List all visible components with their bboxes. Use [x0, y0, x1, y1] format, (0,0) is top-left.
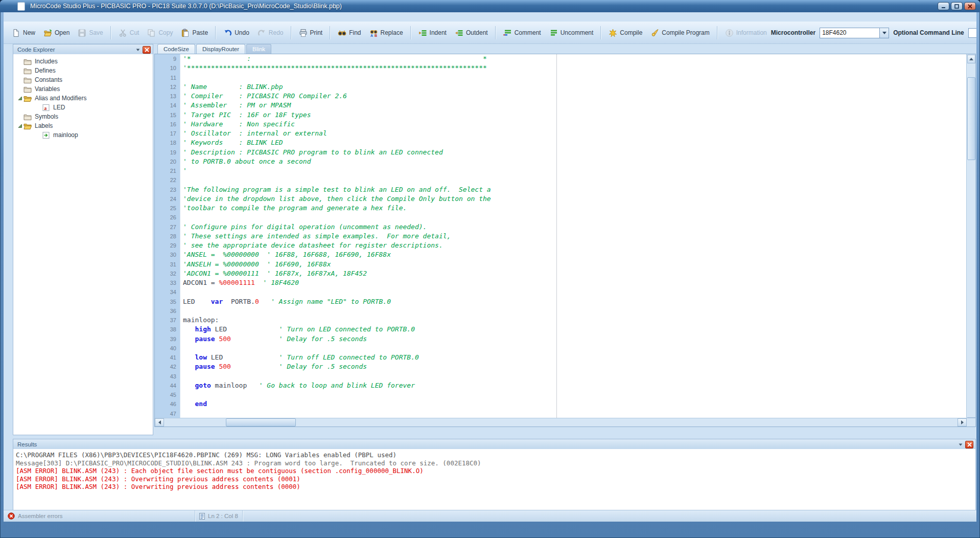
results-list[interactable]: C:\PROGRAM FILES (X86)\PBP3\DEVICES\PIC1…	[13, 449, 976, 510]
line-number: 46	[155, 399, 180, 409]
code-line: 32'ADCON1 = %00000111 ' 16F87x, 16F87xA,…	[155, 269, 967, 278]
result-line[interactable]: [ASM ERROR] BLINK.ASM (243) : Each objec…	[16, 467, 975, 475]
command-line-label: Optional Command Line	[893, 29, 964, 36]
tree-item-led[interactable]: aLED	[13, 103, 153, 112]
result-line[interactable]: Message[303] D:\PICBASIC_PRO\MICROCODE_S…	[16, 459, 975, 467]
copy-icon	[147, 29, 156, 37]
code-text: high LED ' Turn on LED connected to PORT…	[180, 325, 415, 334]
code-line: 39 pause 500 ' Delay for .5 seconds	[155, 334, 967, 344]
code-text: 'The following program is a simple test …	[180, 185, 491, 194]
code-line: 41 low LED ' Turn off LED connected to P…	[155, 353, 967, 362]
tree-item-includes[interactable]: Includes	[13, 57, 153, 66]
svg-text:B: B	[375, 34, 377, 37]
code-editor[interactable]: 9'* : *10'******************************…	[154, 54, 976, 427]
close-button[interactable]	[964, 2, 976, 10]
save-button: Save	[74, 27, 107, 39]
tree-item-defines[interactable]: Defines	[13, 66, 153, 75]
code-line: 23'The following program is a simple tes…	[155, 185, 967, 194]
code-explorer-tree[interactable]: IncludesDefinesConstantsVariablesAlias a…	[13, 54, 153, 435]
horizontal-scroll-thumb[interactable]	[226, 418, 296, 427]
line-number: 30	[155, 250, 180, 259]
tab-codesize[interactable]: CodeSize	[157, 44, 195, 54]
code-line: 16' Hardware : Non specific	[155, 120, 967, 129]
compile-program-button[interactable]: Compile Program	[646, 27, 713, 39]
code-editor-content[interactable]: 9'* : *10'******************************…	[155, 54, 967, 427]
dropdown-button[interactable]	[879, 28, 889, 38]
folder-open-icon	[24, 122, 32, 130]
vertical-scroll-thumb[interactable]	[967, 77, 975, 160]
tree-item-labels[interactable]: Labels	[13, 121, 153, 130]
panel-menu-chevron-icon[interactable]	[959, 443, 963, 445]
undo-icon	[223, 29, 232, 37]
comment-label: Comment	[515, 29, 541, 36]
find-button[interactable]: Find	[334, 27, 365, 39]
app-icon	[17, 2, 25, 11]
editor-horizontal-scrollbar[interactable]	[155, 418, 975, 427]
open-button[interactable]: Open	[39, 27, 74, 39]
minimize-button[interactable]	[938, 2, 949, 10]
scroll-left-button[interactable]	[155, 418, 164, 427]
line-number: 37	[155, 316, 180, 325]
code-explorer-title: Code Explorer	[17, 47, 55, 53]
maximize-button[interactable]	[951, 2, 963, 10]
result-line[interactable]: C:\PROGRAM FILES (X86)\PBP3\DEVICES\PIC1…	[16, 451, 975, 459]
tree-item-symbols[interactable]: Symbols	[13, 112, 153, 121]
microcontroller-value: 18F4620	[820, 29, 879, 36]
results-header: Results	[13, 439, 976, 450]
svg-text:A: A	[370, 34, 373, 37]
toolbar-separator	[410, 26, 411, 39]
line-number: 31	[155, 260, 180, 269]
paste-button[interactable]: Paste	[177, 27, 212, 39]
main-toolbar: NewOpenSaveCutCopyPasteUndoRedoPrintFind…	[4, 21, 976, 44]
expander-icon[interactable]	[16, 123, 24, 128]
tree-item-mainloop[interactable]: mainloop	[13, 130, 153, 140]
title-bar[interactable]: MicroCode Studio Plus - PICBASIC PRO - P…	[0, 0, 980, 12]
results-close-button[interactable]	[965, 441, 973, 449]
code-line: 44 goto mainloop ' Go back to loop and b…	[155, 381, 967, 390]
panel-menu-chevron-icon[interactable]	[136, 49, 140, 51]
replace-button[interactable]: ABReplace	[365, 27, 407, 39]
code-text: ' Description : PICBASIC PRO program to …	[180, 148, 443, 157]
command-line-input[interactable]	[968, 28, 976, 38]
redo-button: Redo	[253, 27, 288, 39]
new-button[interactable]: New	[8, 27, 39, 39]
tab-blink[interactable]: Blink	[246, 44, 271, 54]
line-number: 24	[155, 194, 180, 204]
tree-item-alias-and-modifiers[interactable]: Alias and Modifiers	[13, 94, 153, 103]
code-line: 47	[155, 409, 967, 418]
folder-open-icon	[24, 95, 32, 102]
result-line[interactable]: [ASM ERROR] BLINK.ASM (243) : Overwritin…	[16, 475, 975, 483]
code-line: 17' Oscillator : internal or external	[155, 129, 967, 138]
result-line[interactable]: [ASM ERROR] BLINK.ASM (243) : Overwritin…	[16, 483, 975, 491]
compile-program-icon	[650, 29, 659, 37]
code-explorer-close-button[interactable]	[143, 46, 151, 54]
line-number: 42	[155, 362, 180, 371]
code-text: 'ANSELH = %00000000 ' 16F690, 16F88x	[180, 260, 331, 269]
print-label: Print	[310, 29, 323, 36]
undo-button[interactable]: Undo	[219, 27, 253, 39]
line-number: 20	[155, 157, 180, 166]
tab-displayrouter[interactable]: DisplayRouter	[196, 44, 245, 54]
compile-button[interactable]: Compile	[604, 27, 646, 39]
tree-item-constants[interactable]: Constants	[13, 75, 153, 84]
print-button[interactable]: Print	[295, 27, 327, 39]
chevron-down-icon	[882, 32, 886, 34]
line-number: 32	[155, 269, 180, 278]
indent-button[interactable]: Indent	[414, 27, 451, 39]
cut-button: Cut	[114, 27, 144, 39]
uncomment-button[interactable]: Uncomment	[545, 27, 598, 39]
editor-vertical-scrollbar[interactable]	[966, 54, 975, 427]
microcontroller-dropdown[interactable]: 18F4620	[820, 28, 889, 38]
scroll-up-button[interactable]	[967, 55, 975, 63]
line-number: 39	[155, 334, 180, 344]
tree-item-variables[interactable]: Variables	[13, 84, 153, 94]
expander-icon[interactable]	[16, 96, 24, 101]
comment-button[interactable]: Comment	[499, 27, 545, 39]
code-text: ' Target PIC : 16F or 18F types	[180, 110, 311, 120]
code-line: 13' Compiler : PICBASIC PRO Compiler 2.6	[155, 92, 967, 101]
editor-tabstrip: CodeSize DisplayRouter Blink	[154, 44, 976, 54]
scroll-right-button[interactable]	[958, 418, 967, 427]
code-text: ' Oscillator : internal or external	[180, 129, 327, 138]
caret-position: Ln 2 : Col 8	[208, 513, 238, 519]
outdent-button[interactable]: Outdent	[451, 27, 492, 39]
